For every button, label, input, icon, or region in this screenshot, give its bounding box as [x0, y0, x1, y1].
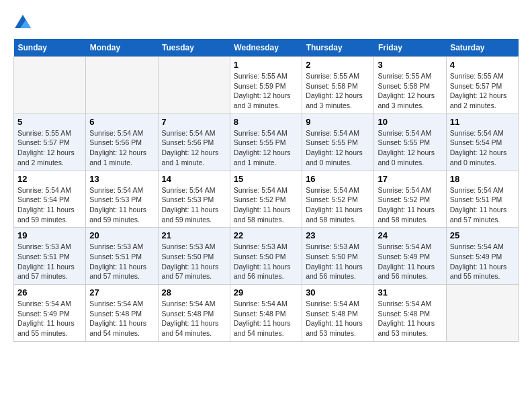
day-number: 20 [89, 230, 154, 240]
day-info: Sunrise: 5:54 AM Sunset: 5:56 PM Dayligh… [89, 128, 154, 168]
day-number: 28 [162, 287, 226, 298]
day-info: Sunrise: 5:55 AM Sunset: 5:58 PM Dayligh… [378, 71, 442, 111]
calendar-cell: 1Sunrise: 5:55 AM Sunset: 5:59 PM Daylig… [230, 57, 302, 114]
day-info: Sunrise: 5:54 AM Sunset: 5:52 PM Dayligh… [306, 185, 370, 225]
day-number: 14 [162, 174, 226, 184]
day-number: 23 [306, 230, 370, 240]
calendar-cell [158, 57, 230, 114]
day-info: Sunrise: 5:53 AM Sunset: 5:50 PM Dayligh… [306, 242, 370, 281]
calendar-cell: 25Sunrise: 5:54 AM Sunset: 5:49 PM Dayli… [446, 228, 518, 285]
day-info: Sunrise: 5:54 AM Sunset: 5:52 PM Dayligh… [378, 185, 442, 225]
day-number: 26 [17, 287, 82, 298]
day-number: 12 [17, 174, 82, 184]
day-number: 22 [234, 230, 298, 240]
calendar-cell: 3Sunrise: 5:55 AM Sunset: 5:58 PM Daylig… [374, 57, 446, 114]
calendar-cell [86, 57, 158, 114]
day-info: Sunrise: 5:54 AM Sunset: 5:54 PM Dayligh… [450, 128, 515, 168]
weekday-header-tuesday: Tuesday [158, 39, 230, 57]
day-number: 31 [378, 287, 442, 298]
day-number: 6 [89, 117, 154, 127]
calendar-cell: 8Sunrise: 5:54 AM Sunset: 5:55 PM Daylig… [230, 113, 302, 171]
day-info: Sunrise: 5:54 AM Sunset: 5:48 PM Dayligh… [234, 299, 298, 338]
day-number: 29 [234, 287, 298, 298]
day-info: Sunrise: 5:54 AM Sunset: 5:54 PM Dayligh… [17, 185, 82, 225]
calendar-cell: 28Sunrise: 5:54 AM Sunset: 5:48 PM Dayli… [158, 285, 230, 342]
calendar-cell: 17Sunrise: 5:54 AM Sunset: 5:52 PM Dayli… [374, 171, 446, 228]
day-info: Sunrise: 5:54 AM Sunset: 5:52 PM Dayligh… [234, 185, 298, 225]
calendar-cell: 29Sunrise: 5:54 AM Sunset: 5:48 PM Dayli… [230, 285, 302, 342]
calendar-cell: 14Sunrise: 5:54 AM Sunset: 5:53 PM Dayli… [158, 171, 230, 228]
calendar-cell: 15Sunrise: 5:54 AM Sunset: 5:52 PM Dayli… [230, 171, 302, 228]
calendar-cell: 16Sunrise: 5:54 AM Sunset: 5:52 PM Dayli… [302, 171, 374, 228]
day-number: 17 [378, 174, 442, 184]
calendar-cell: 24Sunrise: 5:54 AM Sunset: 5:49 PM Dayli… [374, 228, 446, 285]
calendar-cell: 30Sunrise: 5:54 AM Sunset: 5:48 PM Dayli… [302, 285, 374, 342]
calendar-week-row: 19Sunrise: 5:53 AM Sunset: 5:51 PM Dayli… [14, 228, 519, 285]
calendar-cell: 11Sunrise: 5:54 AM Sunset: 5:54 PM Dayli… [446, 113, 518, 171]
weekday-header-friday: Friday [374, 39, 446, 57]
day-info: Sunrise: 5:53 AM Sunset: 5:50 PM Dayligh… [234, 242, 298, 281]
calendar-cell: 6Sunrise: 5:54 AM Sunset: 5:56 PM Daylig… [86, 113, 158, 171]
day-info: Sunrise: 5:54 AM Sunset: 5:49 PM Dayligh… [450, 242, 515, 281]
day-number: 30 [306, 287, 370, 298]
day-number: 11 [450, 117, 515, 127]
calendar-cell: 7Sunrise: 5:54 AM Sunset: 5:56 PM Daylig… [158, 113, 230, 171]
day-info: Sunrise: 5:54 AM Sunset: 5:48 PM Dayligh… [162, 299, 226, 338]
calendar-cell: 18Sunrise: 5:54 AM Sunset: 5:51 PM Dayli… [446, 171, 518, 228]
day-info: Sunrise: 5:53 AM Sunset: 5:51 PM Dayligh… [89, 242, 154, 281]
day-info: Sunrise: 5:54 AM Sunset: 5:48 PM Dayligh… [89, 299, 154, 338]
calendar-week-row: 5Sunrise: 5:55 AM Sunset: 5:57 PM Daylig… [14, 113, 519, 171]
day-info: Sunrise: 5:55 AM Sunset: 5:57 PM Dayligh… [17, 128, 82, 168]
day-info: Sunrise: 5:54 AM Sunset: 5:51 PM Dayligh… [450, 185, 515, 225]
weekday-header-monday: Monday [86, 39, 158, 57]
day-number: 27 [89, 287, 154, 298]
day-info: Sunrise: 5:55 AM Sunset: 5:57 PM Dayligh… [450, 71, 515, 111]
day-info: Sunrise: 5:54 AM Sunset: 5:53 PM Dayligh… [162, 185, 226, 225]
day-info: Sunrise: 5:54 AM Sunset: 5:49 PM Dayligh… [378, 242, 442, 281]
day-number: 13 [89, 174, 154, 184]
calendar-cell: 10Sunrise: 5:54 AM Sunset: 5:55 PM Dayli… [374, 113, 446, 171]
day-number: 15 [234, 174, 298, 184]
day-number: 7 [162, 117, 226, 127]
calendar-week-row: 26Sunrise: 5:54 AM Sunset: 5:49 PM Dayli… [14, 285, 519, 342]
day-info: Sunrise: 5:54 AM Sunset: 5:55 PM Dayligh… [234, 128, 298, 168]
day-info: Sunrise: 5:54 AM Sunset: 5:55 PM Dayligh… [306, 128, 370, 168]
page-header [13, 13, 519, 32]
weekday-header-sunday: Sunday [14, 39, 86, 57]
calendar-cell: 5Sunrise: 5:55 AM Sunset: 5:57 PM Daylig… [14, 113, 86, 171]
weekday-header-thursday: Thursday [302, 39, 374, 57]
day-number: 9 [306, 117, 370, 127]
calendar-cell: 27Sunrise: 5:54 AM Sunset: 5:48 PM Dayli… [86, 285, 158, 342]
calendar-cell: 9Sunrise: 5:54 AM Sunset: 5:55 PM Daylig… [302, 113, 374, 171]
day-number: 4 [450, 60, 515, 70]
day-number: 1 [234, 60, 298, 70]
day-number: 2 [306, 60, 370, 70]
day-info: Sunrise: 5:54 AM Sunset: 5:48 PM Dayligh… [306, 299, 370, 338]
calendar-table: SundayMondayTuesdayWednesdayThursdayFrid… [13, 39, 519, 342]
day-number: 10 [378, 117, 442, 127]
day-number: 18 [450, 174, 515, 184]
day-info: Sunrise: 5:54 AM Sunset: 5:55 PM Dayligh… [378, 128, 442, 168]
day-info: Sunrise: 5:55 AM Sunset: 5:59 PM Dayligh… [234, 71, 298, 111]
day-number: 19 [17, 230, 82, 240]
day-info: Sunrise: 5:55 AM Sunset: 5:58 PM Dayligh… [306, 71, 370, 111]
calendar-cell: 21Sunrise: 5:53 AM Sunset: 5:50 PM Dayli… [158, 228, 230, 285]
weekday-header-saturday: Saturday [446, 39, 518, 57]
day-number: 25 [450, 230, 515, 240]
calendar-cell: 2Sunrise: 5:55 AM Sunset: 5:58 PM Daylig… [302, 57, 374, 114]
day-info: Sunrise: 5:53 AM Sunset: 5:50 PM Dayligh… [162, 242, 226, 281]
day-number: 16 [306, 174, 370, 184]
day-number: 5 [17, 117, 82, 127]
weekday-header-wednesday: Wednesday [230, 39, 302, 57]
calendar-cell: 31Sunrise: 5:54 AM Sunset: 5:48 PM Dayli… [374, 285, 446, 342]
day-number: 24 [378, 230, 442, 240]
day-info: Sunrise: 5:54 AM Sunset: 5:53 PM Dayligh… [89, 185, 154, 225]
calendar-cell [14, 57, 86, 114]
calendar-cell: 26Sunrise: 5:54 AM Sunset: 5:49 PM Dayli… [14, 285, 86, 342]
day-info: Sunrise: 5:54 AM Sunset: 5:56 PM Dayligh… [162, 128, 226, 168]
day-number: 3 [378, 60, 442, 70]
calendar-cell: 20Sunrise: 5:53 AM Sunset: 5:51 PM Dayli… [86, 228, 158, 285]
weekday-header-row: SundayMondayTuesdayWednesdayThursdayFrid… [14, 39, 519, 57]
logo [13, 13, 35, 32]
day-info: Sunrise: 5:54 AM Sunset: 5:49 PM Dayligh… [17, 299, 82, 338]
